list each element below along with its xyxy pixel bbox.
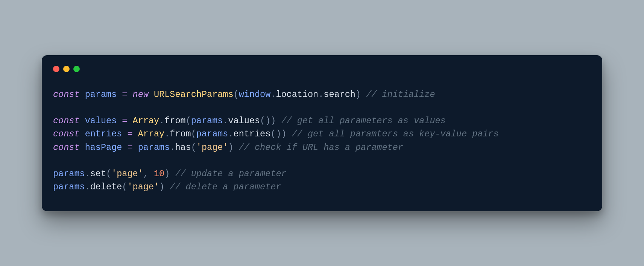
code-token: 'page' (196, 142, 228, 153)
code-token: values (228, 116, 260, 126)
code-token: entries (85, 129, 122, 139)
code-token (276, 116, 281, 126)
code-token: // get all paramters as key-value pairs (292, 129, 499, 139)
code-token: . (85, 182, 90, 192)
code-line: const values = Array.from(params.values(… (53, 116, 446, 126)
code-token: ( (186, 116, 191, 126)
code-token: ) (355, 89, 361, 100)
code-token: const (53, 89, 80, 100)
code-token: . (228, 129, 233, 139)
code-token: ( (191, 129, 196, 139)
code-token: params (53, 182, 85, 192)
code-token (133, 142, 138, 153)
code-token: const (53, 116, 80, 126)
code-line: params.set('page', 10) // update a param… (53, 169, 287, 179)
code-token (122, 129, 127, 139)
code-token: = (127, 142, 132, 153)
code-token: ()) (270, 129, 286, 139)
code-token: . (318, 89, 324, 100)
code-token (361, 89, 366, 100)
code-token: const (53, 129, 80, 139)
code-token: URLSearchParams (154, 89, 234, 100)
code-token: . (159, 116, 164, 126)
code-token: // get all parameters as values (281, 116, 446, 126)
code-token: has (175, 142, 191, 153)
code-token: params (53, 169, 85, 179)
code-token: ) (164, 169, 170, 179)
code-token: params (138, 142, 170, 153)
code-token: Array (138, 129, 165, 139)
code-token: ( (191, 142, 196, 153)
code-token (234, 142, 239, 153)
code-token (80, 142, 85, 153)
code-line: const entries = Array.from(params.entrie… (53, 129, 499, 139)
code-token: = (122, 89, 127, 100)
code-token (80, 129, 85, 139)
code-token: params (191, 116, 223, 126)
code-token: values (85, 116, 117, 126)
maximize-icon (73, 66, 80, 72)
code-token: const (53, 142, 80, 153)
code-token: ( (234, 89, 239, 100)
code-token: // check if URL has a parameter (239, 142, 403, 153)
code-token: = (122, 116, 127, 126)
code-line: const params = new URLSearchParams(windo… (53, 89, 435, 100)
code-token (287, 129, 292, 139)
code-token (127, 89, 132, 100)
code-token: 'page' (127, 182, 159, 192)
code-token (164, 182, 170, 192)
code-token: . (170, 142, 175, 153)
code-token: ) (228, 142, 233, 153)
code-token: location (276, 89, 318, 100)
code-token (149, 89, 154, 100)
code-token: entries (234, 129, 271, 139)
code-token (149, 169, 154, 179)
code-token: delete (90, 182, 122, 192)
window-traffic-lights (53, 66, 591, 72)
code-token: from (170, 129, 191, 139)
code-token: hasPage (85, 142, 122, 153)
code-token: = (127, 129, 132, 139)
code-token (133, 129, 138, 139)
code-token (80, 116, 85, 126)
minimize-icon (63, 66, 70, 72)
code-token (170, 169, 175, 179)
code-token: ) (159, 182, 164, 192)
code-token: from (164, 116, 185, 126)
code-token: // delete a parameter (170, 182, 281, 192)
code-token: , (143, 169, 149, 179)
code-snippet-window: const params = new URLSearchParams(windo… (42, 55, 602, 211)
code-token (122, 142, 127, 153)
code-token (117, 89, 122, 100)
code-token: params (196, 129, 228, 139)
code-token (80, 89, 85, 100)
code-token: . (270, 89, 276, 100)
code-token: . (223, 116, 228, 126)
code-token: params (85, 89, 117, 100)
code-token: search (324, 89, 355, 100)
code-token: new (133, 89, 149, 100)
code-token: . (164, 129, 170, 139)
code-token: 10 (154, 169, 164, 179)
code-token: ( (122, 182, 127, 192)
code-token (127, 116, 132, 126)
code-token: 'page' (111, 169, 143, 179)
code-token: // update a parameter (175, 169, 286, 179)
code-token: ()) (260, 116, 276, 126)
code-token: ( (106, 169, 111, 179)
code-token: set (90, 169, 106, 179)
code-block: const params = new URLSearchParams(windo… (53, 88, 591, 194)
close-icon (53, 66, 59, 72)
code-token (117, 116, 122, 126)
code-line: params.delete('page') // delete a parame… (53, 182, 281, 192)
code-token: // initialize (366, 89, 435, 100)
code-line: const hasPage = params.has('page') // ch… (53, 142, 403, 153)
code-token: Array (133, 116, 159, 126)
code-token: . (85, 169, 90, 179)
code-token: window (239, 89, 271, 100)
